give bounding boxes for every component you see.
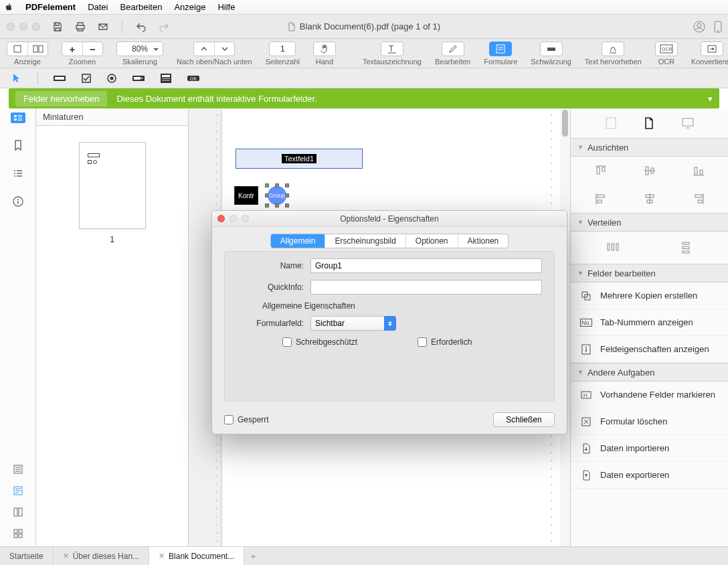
tab-about[interactable]: ✕Über dieses Han... [54,547,149,565]
form-field-textfield1[interactable]: Textfeld1 [236,149,363,169]
formfield-select[interactable]: Sichtbar [310,316,396,331]
dialog-tab-aktionen[interactable]: Aktionen [458,234,509,248]
edit-item-tabnumbers[interactable]: No.Tab-Nummern anzeigen [571,309,728,336]
formfield-label: Formularfeld: [244,319,310,328]
edit-button[interactable] [442,42,464,56]
section-edit-fields[interactable]: ▼Felder bearbeiten [571,264,728,282]
close-tab-icon[interactable]: ✕ [63,552,69,560]
forms-button[interactable] [489,42,512,56]
form-field-checkbox[interactable]: Kontr [234,186,258,205]
align-hcenter-icon[interactable] [644,193,656,205]
dialog-tab-optionen[interactable]: Optionen [405,234,458,248]
traffic-lights[interactable] [0,23,40,31]
mail-icon[interactable] [98,21,108,32]
menubar-item-hilfe[interactable]: Hilfe [217,2,235,12]
info-tab-icon[interactable] [12,195,24,208]
ocr-button[interactable]: OCR [655,42,678,56]
page-down-icon[interactable] [214,42,234,56]
new-tab-button[interactable]: ＋ [244,547,262,565]
dialog-titlebar[interactable]: Optionsfeld - Eigenschaften [212,211,567,227]
svg-rect-8 [496,45,505,53]
dialog-traffic-lights[interactable] [217,215,249,222]
form-button-icon[interactable]: OK [187,74,200,83]
highlight-button[interactable] [602,42,624,56]
form-field-radio-selected[interactable]: Group [265,183,289,208]
align-vcenter-icon[interactable] [644,165,656,177]
bookmarks-tab-icon[interactable] [12,139,24,151]
readonly-checkbox[interactable]: Schreibgeschützt [282,337,357,347]
name-input[interactable] [310,258,542,273]
form-combobox-icon[interactable] [132,74,145,83]
distribute-v-icon[interactable] [680,241,692,254]
rpanel-icon-page[interactable] [605,116,617,130]
dialog-tab-allgemein[interactable]: Allgemein [271,234,325,248]
other-item-export[interactable]: Daten exportieren [571,462,728,489]
view-single-icon[interactable] [7,42,27,56]
svg-rect-9 [547,48,555,51]
svg-rect-14 [55,77,64,80]
form-select-icon[interactable] [11,72,23,84]
page-number-field[interactable]: 1 [269,42,296,56]
form-checkbox-icon[interactable] [81,73,92,84]
rpanel-icon-screen[interactable] [681,117,695,129]
highlight-fields-button[interactable]: Felder hervorheben [15,91,107,106]
other-item-import[interactable]: Daten importieren [571,435,728,462]
menubar-item-bearbeiten[interactable]: Bearbeiten [120,2,163,12]
device-icon[interactable] [713,21,723,33]
strip-icon-1[interactable] [12,463,24,475]
svg-rect-51 [598,195,604,197]
other-item-delete[interactable]: Formular löschen [571,408,728,435]
form-listbox-icon[interactable] [160,73,172,84]
zoom-value-dropdown[interactable]: 80% [116,42,163,56]
other-item-mark[interactable]: HVorhandene Felder markieren [571,382,728,408]
page-up-icon[interactable] [194,42,214,56]
tab-blank-document[interactable]: ✕Blank Document... [149,547,244,565]
align-right-icon[interactable] [693,193,705,205]
align-top-icon[interactable] [595,165,607,177]
hand-tool-button[interactable] [313,42,336,56]
section-align[interactable]: ▼Ausrichten [571,138,728,157]
close-tab-icon[interactable]: ✕ [159,552,165,560]
edit-item-properties[interactable]: Feldeigenschaften anzeigen [571,336,728,363]
strip-icon-2[interactable] [12,485,24,497]
close-button[interactable]: Schließen [493,412,555,427]
svg-rect-58 [612,244,614,250]
section-distribute[interactable]: ▼Verteilen [571,213,728,232]
tab-startseite[interactable]: Startseite [0,547,54,565]
distribute-h-icon[interactable] [606,241,620,254]
thumbnails-tab-icon[interactable] [11,112,25,123]
view-double-icon[interactable] [27,42,48,56]
page-label: Seitenzahl [266,58,300,66]
edit-item-copies[interactable]: Mehrere Kopien erstellen [571,282,728,309]
align-left-icon[interactable] [595,193,607,205]
strip-icon-4[interactable] [12,528,24,540]
zoom-out-icon[interactable]: − [82,42,102,56]
user-icon[interactable] [693,21,705,33]
rpanel-icon-doc[interactable] [644,116,654,130]
text-markup-button[interactable]: T [381,42,403,56]
print-icon[interactable] [75,21,86,32]
menubar-item-datei[interactable]: Datei [88,2,108,12]
convert-button[interactable] [701,42,723,56]
locked-checkbox[interactable]: Gesperrt [224,415,269,424]
redact-button[interactable] [540,42,563,56]
tooltip-input[interactable] [310,280,542,295]
outline-tab-icon[interactable] [12,167,24,179]
form-textfield-icon[interactable] [53,74,66,83]
undo-icon[interactable] [136,21,147,32]
menubar-app[interactable]: PDFelement [25,2,76,12]
required-checkbox[interactable]: Erforderlich [418,337,472,347]
redo-icon[interactable] [159,21,169,32]
svg-rect-39 [14,530,17,533]
strip-icon-3[interactable] [12,506,24,518]
page-thumbnail-1[interactable] [79,142,146,229]
zoom-in-icon[interactable]: + [62,42,82,56]
dialog-tab-erscheinungsbild[interactable]: Erscheinungsbild [325,234,405,248]
menubar-item-anzeige[interactable]: Anzeige [174,2,205,12]
collapse-bar-icon[interactable]: ▾ [708,94,713,104]
delete-icon [580,417,592,426]
form-radio-icon[interactable] [106,73,117,84]
section-other-tasks[interactable]: ▼Andere Aufgaben [571,363,728,382]
save-icon[interactable] [52,21,63,32]
align-bottom-icon[interactable] [693,165,705,177]
